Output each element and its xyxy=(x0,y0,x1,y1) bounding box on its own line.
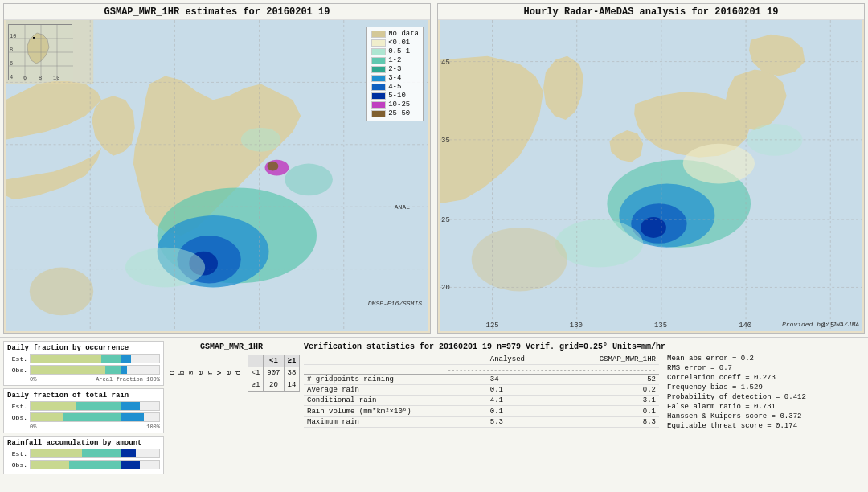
maps-section: GSMAP_MWR_1HR estimates for 20160201 19 xyxy=(0,0,868,338)
cont-header-row: <1 ≥1 xyxy=(248,355,300,367)
stats-right: Mean abs error = 0.2 RMS error = 0.7 Cor… xyxy=(667,355,860,432)
rain-est-row: Est. xyxy=(7,401,160,411)
bar-segment-est-acc-3 xyxy=(121,449,136,457)
occurrence-axis: 0% Areal fraction 100% xyxy=(7,376,160,383)
stat-equitable-threat: Equitable threat score = 0.174 xyxy=(667,422,860,430)
stats-row-4: Maximum rain 5.3 8.3 xyxy=(304,417,659,428)
contingency-wrapper: Observed <1 ≥1 <1 907 38 xyxy=(169,355,294,392)
stats-row-4-val2: 8.3 xyxy=(555,417,659,428)
accum-est-label: Est. xyxy=(7,450,27,457)
axis-100-label: Areal fraction 100% xyxy=(96,376,160,383)
bar-segment-est-acc-1 xyxy=(31,449,82,457)
bar-segment-est-rain-2 xyxy=(76,402,121,410)
stat-mean-abs-error: Mean abs error = 0.2 xyxy=(667,355,860,363)
left-legend-box: No data <0.01 0.5-1 1-2 xyxy=(366,27,424,121)
svg-point-6 xyxy=(268,162,279,171)
svg-text:4: 4 xyxy=(10,74,13,80)
stats-row-1-label: Average rain xyxy=(304,385,487,396)
stats-label-header xyxy=(304,355,487,365)
stats-row-3-label: Rain volume (mm*km²×10⁶) xyxy=(304,406,487,417)
occurrence-est-row: Est. xyxy=(7,354,160,363)
legend-label-10: 10-25 xyxy=(388,100,410,109)
bar-segment-est-acc-2 xyxy=(82,449,121,457)
stats-row-1-val2: 0.2 xyxy=(555,385,659,396)
legend-item-nodata: No data xyxy=(371,30,419,38)
legend-item-001: <0.01 xyxy=(371,39,419,47)
occurrence-obs-bar xyxy=(30,365,160,375)
svg-rect-22 xyxy=(33,37,35,39)
axis-0-label: 0% xyxy=(30,376,36,383)
legend-label-2: 2-3 xyxy=(388,65,401,73)
svg-text:130: 130 xyxy=(570,322,583,330)
legend-label-4: 4-5 xyxy=(388,83,401,91)
stats-header-row: Analysed GSMAP_MWR_1HR xyxy=(304,355,659,365)
rain-chart-title: Daily fraction of total rain xyxy=(7,392,160,400)
accum-obs-label: Obs. xyxy=(7,461,27,469)
cont-col1-header: <1 xyxy=(264,355,284,367)
legend-label-1: 1-2 xyxy=(388,56,401,64)
bar-segment-obs-occ-2 xyxy=(105,366,121,374)
rain-obs-row: Obs. xyxy=(7,412,160,422)
occurrence-est-bar xyxy=(30,354,160,363)
right-map-svg: 45 35 25 20 125 130 135 140 145 xyxy=(438,20,864,331)
cont-cell-d: 14 xyxy=(284,379,300,392)
rain-axis: 0% 100% xyxy=(7,424,160,430)
bar-segment-est-rain-3 xyxy=(121,402,140,410)
svg-text:20: 20 xyxy=(441,284,450,292)
legend-color-10 xyxy=(371,101,386,109)
bar-segment-obs-occ-3 xyxy=(121,366,127,374)
svg-point-41 xyxy=(683,144,755,184)
stats-row-4-label: Maximum rain xyxy=(304,417,487,428)
legend-color-nodata xyxy=(371,31,386,38)
svg-text:25: 25 xyxy=(441,216,450,224)
rain-axis-100: 100% xyxy=(146,424,160,430)
legend-item-05: 0.5-1 xyxy=(371,47,419,55)
svg-text:8: 8 xyxy=(10,47,13,53)
svg-text:8: 8 xyxy=(39,75,42,81)
obs-side-label: Observed xyxy=(169,371,244,375)
right-map-panel: Hourly Radar-AMeDAS analysis for 2016020… xyxy=(437,3,865,334)
accum-obs-row: Obs. xyxy=(7,460,160,469)
main-container: GSMAP_MWR_1HR estimates for 20160201 19 xyxy=(0,0,868,492)
legend-item-25: 25-50 xyxy=(371,109,419,117)
rain-obs-bar xyxy=(30,412,160,422)
rain-est-bar xyxy=(30,401,160,411)
legend-item-10: 10-25 xyxy=(371,100,419,109)
stats-grid: Analysed GSMAP_MWR_1HR -----------------… xyxy=(304,355,860,432)
legend-label-25: 25-50 xyxy=(388,109,410,117)
right-map-content: 45 35 25 20 125 130 135 140 145 Provided… xyxy=(438,20,864,331)
cont-row2-label: ≥1 xyxy=(248,379,264,392)
legend-color-05 xyxy=(371,48,386,55)
legend-item-3: 3-4 xyxy=(371,74,419,82)
stats-row-3: Rain volume (mm*km²×10⁶) 0.1 0.1 xyxy=(304,406,659,417)
stat-freq-bias: Frequency bias = 1.529 xyxy=(667,383,860,392)
svg-text:35: 35 xyxy=(441,137,450,145)
svg-text:10: 10 xyxy=(53,75,59,81)
contingency-table: <1 ≥1 <1 907 38 ≥1 20 14 xyxy=(248,355,301,392)
bar-segment-est-occ-3 xyxy=(121,355,131,363)
stats-row-2-val1: 4.1 xyxy=(487,396,555,406)
rain-est-label: Est. xyxy=(7,403,27,410)
stats-row-4-val1: 5.3 xyxy=(487,417,555,428)
bar-segment-est-occ-2 xyxy=(101,355,121,363)
contingency-title: GSMAP_MWR_1HR xyxy=(169,342,294,351)
legend-item-1: 1-2 xyxy=(371,56,419,64)
occurrence-est-label: Est. xyxy=(7,355,27,363)
occurrence-chart-title: Daily fraction by occurrence xyxy=(7,344,160,352)
stats-row-1: Average rain 0.1 0.2 xyxy=(304,385,659,396)
dmsp-label: DMSP-F16/SSMIS xyxy=(368,300,422,307)
cont-cell-b: 38 xyxy=(284,367,300,379)
stat-hanssen-kuipers: Hanssen & Kuipers score = 0.372 xyxy=(667,412,860,420)
legend-label-nodata: No data xyxy=(388,30,419,38)
stats-row-2-label: Conditional rain xyxy=(304,396,487,406)
bar-segment-obs-rain-3 xyxy=(121,413,144,421)
cont-row1: <1 907 38 xyxy=(248,367,300,379)
svg-text:6: 6 xyxy=(23,75,27,81)
bar-segment-obs-occ-1 xyxy=(31,366,105,374)
bar-segment-est-occ-1 xyxy=(31,355,101,363)
inset-map-svg: 10 8 6 4 6 8 10 xyxy=(9,25,73,81)
legend-color-4 xyxy=(371,84,386,91)
anal-label: ANAL xyxy=(395,203,410,211)
occurrence-obs-label: Obs. xyxy=(7,367,27,374)
svg-point-40 xyxy=(641,217,666,238)
